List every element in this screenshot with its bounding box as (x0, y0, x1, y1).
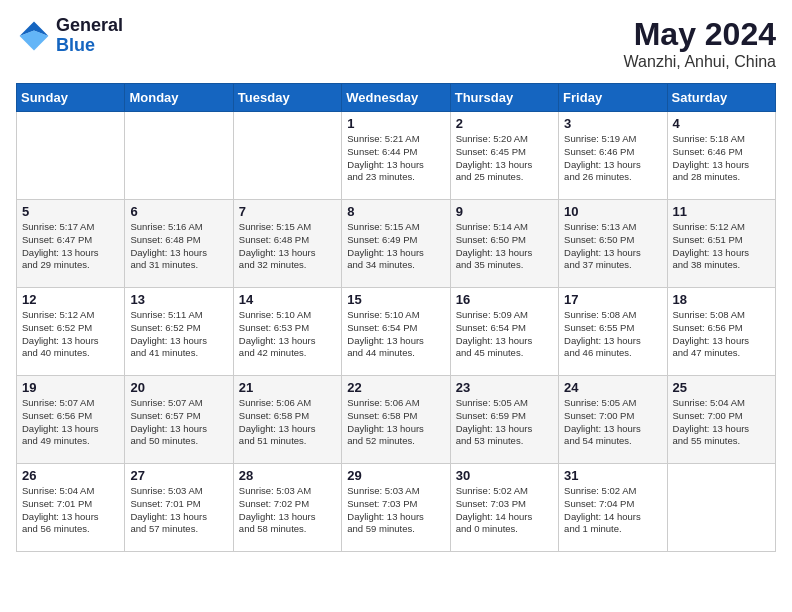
logo-blue-label: Blue (56, 36, 123, 56)
calendar-week-row: 26Sunrise: 5:04 AM Sunset: 7:01 PM Dayli… (17, 464, 776, 552)
day-info: Sunrise: 5:21 AM Sunset: 6:44 PM Dayligh… (347, 133, 444, 184)
day-number: 26 (22, 468, 119, 483)
logo: General Blue (16, 16, 123, 56)
weekday-header-thursday: Thursday (450, 84, 558, 112)
calendar-cell: 21Sunrise: 5:06 AM Sunset: 6:58 PM Dayli… (233, 376, 341, 464)
day-number: 1 (347, 116, 444, 131)
day-info: Sunrise: 5:06 AM Sunset: 6:58 PM Dayligh… (239, 397, 336, 448)
calendar-cell (125, 112, 233, 200)
weekday-header-sunday: Sunday (17, 84, 125, 112)
day-number: 20 (130, 380, 227, 395)
day-number: 25 (673, 380, 770, 395)
day-number: 24 (564, 380, 661, 395)
day-number: 7 (239, 204, 336, 219)
page-header: General Blue May 2024 Wanzhi, Anhui, Chi… (16, 16, 776, 71)
calendar-week-row: 19Sunrise: 5:07 AM Sunset: 6:56 PM Dayli… (17, 376, 776, 464)
day-info: Sunrise: 5:03 AM Sunset: 7:02 PM Dayligh… (239, 485, 336, 536)
day-info: Sunrise: 5:12 AM Sunset: 6:52 PM Dayligh… (22, 309, 119, 360)
day-number: 13 (130, 292, 227, 307)
weekday-header-monday: Monday (125, 84, 233, 112)
month-title: May 2024 (624, 16, 776, 53)
day-info: Sunrise: 5:17 AM Sunset: 6:47 PM Dayligh… (22, 221, 119, 272)
day-info: Sunrise: 5:05 AM Sunset: 7:00 PM Dayligh… (564, 397, 661, 448)
calendar-cell: 10Sunrise: 5:13 AM Sunset: 6:50 PM Dayli… (559, 200, 667, 288)
calendar-cell: 22Sunrise: 5:06 AM Sunset: 6:58 PM Dayli… (342, 376, 450, 464)
calendar-cell (17, 112, 125, 200)
day-number: 28 (239, 468, 336, 483)
calendar-cell: 4Sunrise: 5:18 AM Sunset: 6:46 PM Daylig… (667, 112, 775, 200)
day-number: 4 (673, 116, 770, 131)
day-info: Sunrise: 5:05 AM Sunset: 6:59 PM Dayligh… (456, 397, 553, 448)
weekday-header-saturday: Saturday (667, 84, 775, 112)
calendar-cell: 26Sunrise: 5:04 AM Sunset: 7:01 PM Dayli… (17, 464, 125, 552)
day-number: 11 (673, 204, 770, 219)
day-number: 29 (347, 468, 444, 483)
day-number: 14 (239, 292, 336, 307)
day-number: 2 (456, 116, 553, 131)
day-info: Sunrise: 5:15 AM Sunset: 6:49 PM Dayligh… (347, 221, 444, 272)
calendar-cell: 12Sunrise: 5:12 AM Sunset: 6:52 PM Dayli… (17, 288, 125, 376)
calendar-cell: 25Sunrise: 5:04 AM Sunset: 7:00 PM Dayli… (667, 376, 775, 464)
day-info: Sunrise: 5:03 AM Sunset: 7:01 PM Dayligh… (130, 485, 227, 536)
day-info: Sunrise: 5:07 AM Sunset: 6:56 PM Dayligh… (22, 397, 119, 448)
logo-icon (16, 18, 52, 54)
calendar-cell: 9Sunrise: 5:14 AM Sunset: 6:50 PM Daylig… (450, 200, 558, 288)
day-info: Sunrise: 5:06 AM Sunset: 6:58 PM Dayligh… (347, 397, 444, 448)
calendar-cell: 20Sunrise: 5:07 AM Sunset: 6:57 PM Dayli… (125, 376, 233, 464)
calendar-cell: 30Sunrise: 5:02 AM Sunset: 7:03 PM Dayli… (450, 464, 558, 552)
weekday-header-wednesday: Wednesday (342, 84, 450, 112)
day-number: 22 (347, 380, 444, 395)
calendar-cell: 6Sunrise: 5:16 AM Sunset: 6:48 PM Daylig… (125, 200, 233, 288)
calendar-cell: 23Sunrise: 5:05 AM Sunset: 6:59 PM Dayli… (450, 376, 558, 464)
day-info: Sunrise: 5:18 AM Sunset: 6:46 PM Dayligh… (673, 133, 770, 184)
day-number: 3 (564, 116, 661, 131)
day-info: Sunrise: 5:02 AM Sunset: 7:03 PM Dayligh… (456, 485, 553, 536)
calendar-cell: 29Sunrise: 5:03 AM Sunset: 7:03 PM Dayli… (342, 464, 450, 552)
calendar-cell: 16Sunrise: 5:09 AM Sunset: 6:54 PM Dayli… (450, 288, 558, 376)
day-info: Sunrise: 5:04 AM Sunset: 7:00 PM Dayligh… (673, 397, 770, 448)
logo-text: General Blue (56, 16, 123, 56)
day-number: 23 (456, 380, 553, 395)
calendar-table: SundayMondayTuesdayWednesdayThursdayFrid… (16, 83, 776, 552)
calendar-cell: 2Sunrise: 5:20 AM Sunset: 6:45 PM Daylig… (450, 112, 558, 200)
day-number: 12 (22, 292, 119, 307)
day-number: 19 (22, 380, 119, 395)
day-number: 18 (673, 292, 770, 307)
calendar-cell: 28Sunrise: 5:03 AM Sunset: 7:02 PM Dayli… (233, 464, 341, 552)
calendar-cell: 24Sunrise: 5:05 AM Sunset: 7:00 PM Dayli… (559, 376, 667, 464)
calendar-cell: 8Sunrise: 5:15 AM Sunset: 6:49 PM Daylig… (342, 200, 450, 288)
calendar-cell: 31Sunrise: 5:02 AM Sunset: 7:04 PM Dayli… (559, 464, 667, 552)
day-info: Sunrise: 5:16 AM Sunset: 6:48 PM Dayligh… (130, 221, 227, 272)
calendar-cell: 19Sunrise: 5:07 AM Sunset: 6:56 PM Dayli… (17, 376, 125, 464)
calendar-cell: 27Sunrise: 5:03 AM Sunset: 7:01 PM Dayli… (125, 464, 233, 552)
day-info: Sunrise: 5:02 AM Sunset: 7:04 PM Dayligh… (564, 485, 661, 536)
calendar-cell: 18Sunrise: 5:08 AM Sunset: 6:56 PM Dayli… (667, 288, 775, 376)
day-number: 5 (22, 204, 119, 219)
calendar-cell: 11Sunrise: 5:12 AM Sunset: 6:51 PM Dayli… (667, 200, 775, 288)
day-number: 21 (239, 380, 336, 395)
calendar-week-row: 12Sunrise: 5:12 AM Sunset: 6:52 PM Dayli… (17, 288, 776, 376)
day-number: 10 (564, 204, 661, 219)
calendar-week-row: 1Sunrise: 5:21 AM Sunset: 6:44 PM Daylig… (17, 112, 776, 200)
day-info: Sunrise: 5:03 AM Sunset: 7:03 PM Dayligh… (347, 485, 444, 536)
day-info: Sunrise: 5:19 AM Sunset: 6:46 PM Dayligh… (564, 133, 661, 184)
calendar-cell (233, 112, 341, 200)
weekday-header-row: SundayMondayTuesdayWednesdayThursdayFrid… (17, 84, 776, 112)
calendar-cell: 1Sunrise: 5:21 AM Sunset: 6:44 PM Daylig… (342, 112, 450, 200)
day-info: Sunrise: 5:11 AM Sunset: 6:52 PM Dayligh… (130, 309, 227, 360)
day-info: Sunrise: 5:08 AM Sunset: 6:55 PM Dayligh… (564, 309, 661, 360)
day-number: 9 (456, 204, 553, 219)
day-info: Sunrise: 5:10 AM Sunset: 6:53 PM Dayligh… (239, 309, 336, 360)
day-number: 17 (564, 292, 661, 307)
day-info: Sunrise: 5:15 AM Sunset: 6:48 PM Dayligh… (239, 221, 336, 272)
day-info: Sunrise: 5:08 AM Sunset: 6:56 PM Dayligh… (673, 309, 770, 360)
calendar-week-row: 5Sunrise: 5:17 AM Sunset: 6:47 PM Daylig… (17, 200, 776, 288)
day-number: 27 (130, 468, 227, 483)
day-info: Sunrise: 5:07 AM Sunset: 6:57 PM Dayligh… (130, 397, 227, 448)
calendar-cell: 13Sunrise: 5:11 AM Sunset: 6:52 PM Dayli… (125, 288, 233, 376)
day-info: Sunrise: 5:10 AM Sunset: 6:54 PM Dayligh… (347, 309, 444, 360)
day-number: 30 (456, 468, 553, 483)
logo-general-label: General (56, 16, 123, 36)
day-number: 31 (564, 468, 661, 483)
location-label: Wanzhi, Anhui, China (624, 53, 776, 71)
